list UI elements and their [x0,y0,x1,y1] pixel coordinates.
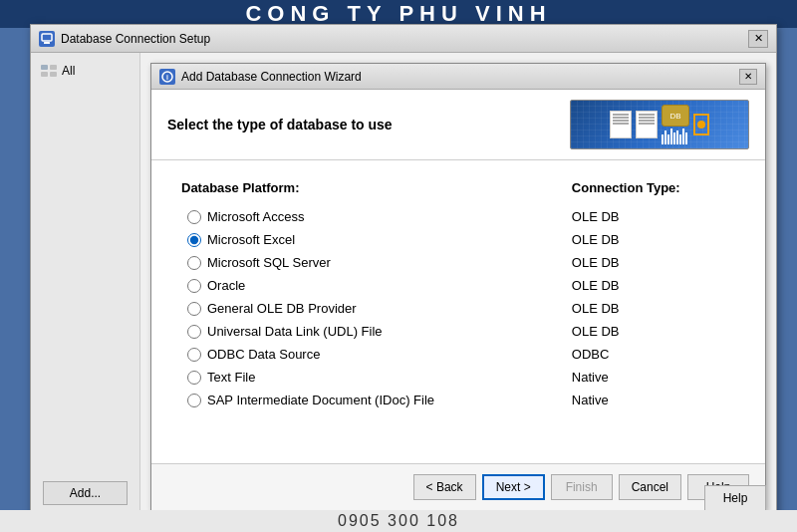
add-button-area: Add... [35,473,135,513]
svg-rect-1 [44,42,50,44]
radio-row-ms_access[interactable]: Microsoft Access [187,209,546,224]
radio-general_ole[interactable] [187,302,201,316]
table-row: SAP Intermediate Document (IDoc) FileNat… [181,389,735,411]
outer-titlebar-title: Database Connection Setup [61,32,742,46]
connection-type-odbc: ODBC [572,347,610,362]
outer-help-button[interactable]: Help [704,485,766,511]
table-row: OracleOLE DB [181,274,735,297]
radio-ms_access[interactable] [187,210,201,224]
svg-rect-3 [50,65,57,70]
radio-odbc[interactable] [187,348,201,362]
sidebar-all-icon [40,64,58,78]
finish-button: Finish [551,474,613,500]
outer-help-area: Help [704,485,766,511]
main-content: i Add Database Connection Wizard ✕ Selec… [140,53,776,521]
outer-close-button[interactable]: ✕ [748,30,768,48]
wizard-body: Database Platform: Connection Type: Micr… [151,160,765,463]
radio-label-general_ole: General OLE DB Provider [207,301,357,316]
radio-oracle[interactable] [187,279,201,293]
wizard-header: Select the type of database to use DB [151,90,765,160]
wizard-titlebar-title: Add Database Connection Wizard [181,70,733,84]
next-button[interactable]: Next > [482,474,545,500]
outer-titlebar: Database Connection Setup ✕ [31,25,776,53]
radio-ms_sql[interactable] [187,256,201,270]
wizard-footer: < Back Next > Finish Cancel Help [151,463,765,510]
banner-icons: DB [610,105,709,144]
radio-label-text_file: Text File [207,370,255,385]
platform-cell: Microsoft Excel [181,228,552,251]
radio-row-ms_sql[interactable]: Microsoft SQL Server [187,255,546,270]
platform-cell: General OLE DB Provider [181,297,552,320]
table-row: General OLE DB ProviderOLE DB [181,297,735,320]
bottom-phone: 0905 300 108 [0,510,797,532]
connection-type-ms_sql: OLE DB [572,255,620,270]
platform-cell: Microsoft Access [181,205,552,228]
connection-type-general_ole: OLE DB [572,301,620,316]
wizard-close-button[interactable]: ✕ [739,69,757,85]
radio-row-oracle[interactable]: Oracle [187,278,546,293]
connection-column-header: Connection Type: [552,180,735,205]
radio-row-ms_excel[interactable]: Microsoft Excel [187,232,546,247]
platform-cell: SAP Intermediate Document (IDoc) File [181,389,552,411]
connection-cell: OLE DB [552,274,735,297]
connection-cell: Native [552,389,735,411]
wizard-banner: DB [570,100,749,149]
outer-window-icon [39,31,55,47]
table-row: Microsoft ExcelOLE DB [181,228,735,251]
wizard-instruction: Select the type of database to use [167,117,393,133]
radio-label-odbc: ODBC Data Source [207,347,320,362]
table-row: Microsoft AccessOLE DB [181,205,735,228]
banner-doc2-icon [636,111,658,138]
outer-window: Database Connection Setup ✕ All Add... [30,24,777,522]
table-row: ODBC Data SourceODBC [181,343,735,366]
sidebar-panel: All Add... [31,53,140,521]
connection-type-ms_access: OLE DB [572,209,620,224]
banner-barcode [662,129,689,144]
connection-cell: OLE DB [552,251,735,274]
table-row: Text FileNative [181,366,735,389]
radio-row-udl[interactable]: Universal Data Link (UDL) File [187,324,546,339]
cancel-button[interactable]: Cancel [619,474,681,500]
table-row: Microsoft SQL ServerOLE DB [181,251,735,274]
platform-cell: Oracle [181,274,552,297]
radio-label-ms_sql: Microsoft SQL Server [207,255,331,270]
radio-row-odbc[interactable]: ODBC Data Source [187,347,546,362]
platform-cell: Text File [181,366,552,389]
platform-cell: Universal Data Link (UDL) File [181,320,552,343]
back-button[interactable]: < Back [413,474,476,500]
radio-label-sap: SAP Intermediate Document (IDoc) File [207,393,434,407]
sidebar-all-label: All [62,64,75,78]
table-row: Universal Data Link (UDL) FileOLE DB [181,320,735,343]
connection-cell: ODBC [552,343,735,366]
svg-rect-5 [50,72,57,77]
radio-ms_excel[interactable] [187,233,201,247]
connection-cell: Native [552,366,735,389]
platform-column-header: Database Platform: [181,180,552,205]
connection-cell: OLE DB [552,205,735,228]
radio-sap[interactable] [187,394,201,407]
add-button[interactable]: Add... [43,481,128,505]
svg-rect-4 [41,72,48,77]
database-table: Database Platform: Connection Type: Micr… [181,180,735,411]
platform-cell: ODBC Data Source [181,343,552,366]
radio-row-general_ole[interactable]: General OLE DB Provider [187,301,546,316]
wizard-titlebar: i Add Database Connection Wizard ✕ [151,64,765,90]
phone-number: 0905 300 108 [338,512,459,530]
radio-text_file[interactable] [187,371,201,385]
sidebar-item-all[interactable]: All [35,61,135,81]
connection-type-sap: Native [572,393,609,407]
radio-row-sap[interactable]: SAP Intermediate Document (IDoc) File [187,393,546,407]
connection-cell: OLE DB [552,297,735,320]
connection-cell: OLE DB [552,320,735,343]
radio-udl[interactable] [187,325,201,339]
radio-row-text_file[interactable]: Text File [187,370,546,385]
connection-type-oracle: OLE DB [572,278,620,293]
wizard-dialog: i Add Database Connection Wizard ✕ Selec… [150,63,766,511]
outer-body: All Add... i Add Database Connection Wiz… [31,53,776,521]
platform-cell: Microsoft SQL Server [181,251,552,274]
svg-text:i: i [166,74,168,81]
svg-rect-2 [41,65,48,70]
connection-type-ms_excel: OLE DB [572,232,620,247]
connection-cell: OLE DB [552,228,735,251]
svg-rect-0 [42,34,52,41]
